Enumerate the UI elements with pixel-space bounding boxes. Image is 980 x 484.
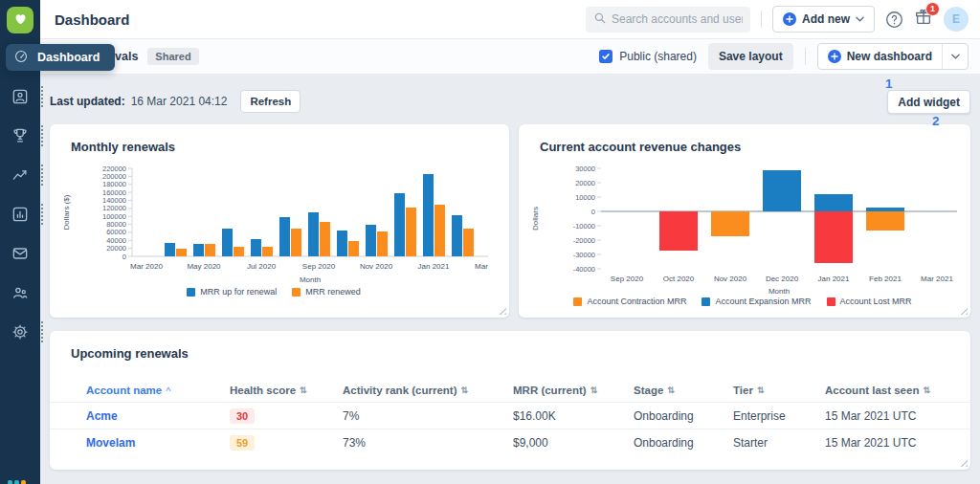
column-header-stage[interactable]: Stage⇅ [634, 385, 733, 396]
svg-text:40000: 40000 [106, 236, 126, 245]
tier-cell: Enterprise [733, 409, 786, 423]
svg-text:Nov 2020: Nov 2020 [714, 275, 747, 283]
new-dashboard-caret-button[interactable] [943, 44, 968, 69]
account-name-link[interactable]: Acme [86, 409, 118, 423]
column-header-tier[interactable]: Tier⇅ [733, 385, 825, 396]
resize-handle[interactable] [959, 458, 968, 467]
legend-label: MRR up for renewal [200, 287, 277, 297]
sidebar [0, 0, 40, 484]
table-cell: Starter [733, 436, 825, 450]
sidebar-item-accounts[interactable] [7, 83, 33, 110]
table-row: Acme307%$16.00KOnboardingEnterprise15 Ma… [50, 403, 970, 429]
legend-item[interactable]: Account Contraction MRR [573, 297, 686, 306]
svg-text:100000: 100000 [102, 212, 126, 221]
widget-title: Upcoming renewals [50, 331, 970, 361]
search-box[interactable] [586, 7, 750, 33]
public-shared-checkbox[interactable] [599, 50, 612, 63]
dashboard-icon [13, 49, 29, 67]
add-new-label: Add new [802, 12, 850, 26]
help-button[interactable] [885, 11, 903, 29]
table-cell: 7% [343, 409, 513, 423]
new-dashboard-label: New dashboard [847, 50, 932, 63]
table-cell: 30 [230, 408, 343, 424]
svg-text:Month: Month [300, 275, 321, 284]
add-widget-button[interactable]: Add widget [887, 90, 970, 114]
whats-new-button[interactable]: 1 [914, 8, 933, 31]
legend-item[interactable]: Account Lost MRR [827, 297, 912, 306]
sidebar-item-success[interactable] [7, 122, 33, 149]
svg-text:30000: 30000 [575, 165, 595, 173]
table-cell: $9,000 [513, 436, 634, 450]
account-name-link[interactable]: Movelam [86, 436, 135, 450]
sidebar-item-analytics[interactable] [7, 162, 33, 188]
sort-icon: ⇅ [461, 385, 469, 395]
svg-text:200000: 200000 [102, 172, 126, 181]
resize-handle[interactable] [498, 306, 506, 315]
svg-text:-40000: -40000 [573, 265, 595, 274]
annotation-step-2: 2 [932, 114, 940, 128]
user-avatar[interactable]: E [944, 7, 969, 32]
dashboard-toolbar: vals Shared Public (shared) Save layout … [40, 39, 980, 75]
sidebar-item-reports[interactable] [7, 201, 33, 228]
table-row: Movelam5973%$9,000OnboardingStarter15 Ma… [50, 429, 970, 456]
add-new-button[interactable]: Add new [772, 6, 875, 33]
health-score-badge: 59 [230, 435, 255, 451]
search-input[interactable] [612, 12, 743, 26]
refresh-button[interactable]: Refresh [240, 90, 301, 113]
widget-revenue-changes: Current account revenue changes -40000-3… [519, 124, 970, 318]
save-layout-button[interactable]: Save layout [708, 43, 793, 70]
svg-text:80000: 80000 [106, 220, 126, 229]
activity-rank-cell: 73% [343, 436, 366, 450]
legend-item[interactable]: Account Expansion MRR [702, 297, 811, 306]
column-header-account-name[interactable]: Account name^ [86, 385, 230, 396]
sort-icon: ⇅ [667, 385, 675, 395]
vitally-logo[interactable] [7, 7, 33, 33]
last-updated-label: Last updated: [50, 95, 125, 108]
column-header-activity-rank-current[interactable]: Activity rank (current)⇅ [343, 385, 513, 396]
drag-dots [41, 165, 43, 186]
sidebar-flyout-dashboard[interactable]: Dashboard [6, 44, 115, 71]
tab-renewals-partial[interactable]: vals [115, 50, 138, 63]
resize-handle[interactable] [959, 306, 968, 315]
column-header-account-last-seen[interactable]: Account last seen⇅ [825, 385, 970, 396]
svg-text:Jan 2021: Jan 2021 [818, 275, 850, 283]
column-label: MRR (current) [513, 385, 587, 396]
legend-item[interactable]: MRR renewed [292, 287, 361, 297]
svg-text:160000: 160000 [102, 188, 126, 197]
trophy-icon [11, 126, 30, 145]
divider [805, 48, 806, 65]
user-group-icon [11, 283, 30, 302]
flyout-label: Dashboard [37, 51, 100, 64]
gear-icon [11, 322, 30, 341]
sidebar-nav [0, 44, 40, 345]
svg-text:Month: Month [768, 287, 790, 295]
legend-swatch [702, 297, 710, 306]
sidebar-item-team[interactable] [7, 279, 33, 306]
sidebar-item-messages[interactable] [7, 240, 33, 267]
column-header-mrr-current[interactable]: MRR (current)⇅ [513, 385, 634, 396]
last-seen-cell: 15 Mar 2021 UTC [825, 436, 916, 450]
column-header-health-score[interactable]: Health score⇅ [230, 385, 343, 396]
svg-text:Mar 2020: Mar 2020 [130, 262, 163, 271]
table-cell: 59 [230, 435, 343, 451]
svg-text:Sep 2020: Sep 2020 [611, 275, 644, 283]
sidebar-item-settings[interactable] [7, 319, 33, 345]
envelope-icon [11, 244, 30, 263]
page-title: Dashboard [55, 11, 129, 28]
svg-text:Jan 2021: Jan 2021 [418, 262, 450, 271]
column-label: Activity rank (current) [343, 385, 457, 396]
svg-text:20000: 20000 [106, 244, 126, 253]
table-cell: Acme [86, 409, 230, 423]
sort-asc-icon: ^ [166, 385, 170, 395]
svg-text:Dollars: Dollars [531, 207, 540, 231]
health-score-badge: 30 [230, 408, 255, 424]
dot [21, 480, 26, 484]
new-dashboard-button[interactable]: New dashboard [818, 44, 942, 69]
legend-item[interactable]: MRR up for renewal [187, 287, 277, 297]
bar-chart: 0200004000060000800001000001200001400001… [56, 161, 488, 285]
widget-title: Current account revenue changes [519, 124, 970, 154]
table-cell: Onboarding [634, 436, 733, 450]
public-shared-label[interactable]: Public (shared) [619, 50, 697, 63]
person-card-icon [11, 87, 30, 106]
svg-text:Sep 2020: Sep 2020 [302, 262, 336, 271]
